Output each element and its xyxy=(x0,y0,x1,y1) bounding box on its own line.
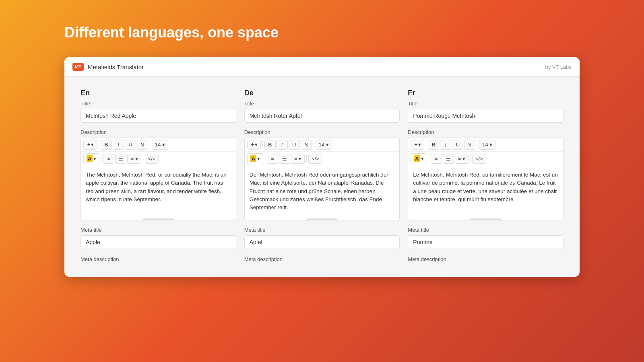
code-btn-fr[interactable]: </> xyxy=(472,154,486,164)
title-input-en[interactable] xyxy=(80,109,236,123)
meta-title-label-de: Meta title xyxy=(244,227,400,233)
bold-btn-en[interactable]: B xyxy=(101,140,112,150)
fontsize-btn-de[interactable]: 14 ▾ xyxy=(316,140,332,150)
ul-btn-en[interactable]: ≡ xyxy=(103,154,114,164)
code-btn-de[interactable]: </> xyxy=(308,154,322,164)
underline-btn-en[interactable]: U xyxy=(125,140,136,150)
italic-btn-de[interactable]: I xyxy=(277,140,288,150)
strikethrough-btn-en[interactable]: S̶ xyxy=(137,140,148,150)
desc-label-en: Description xyxy=(80,129,236,135)
app-window: MT Metafields Translator by VT Labs En T… xyxy=(64,57,580,277)
magic-btn-de[interactable]: ✦▾ xyxy=(247,140,261,150)
magic-btn-en[interactable]: ✦▾ xyxy=(83,140,97,150)
editor-body-en[interactable]: The McIntosh, McIntosh Red, or colloquia… xyxy=(81,166,236,218)
color-btn-en[interactable]: A ▾ xyxy=(83,153,99,164)
app-content: En Title Description ✦▾ B I U S̶ 14 ▾ A … xyxy=(64,77,580,277)
lang-code-en: En xyxy=(80,89,236,97)
title-input-de[interactable] xyxy=(244,109,400,123)
meta-desc-label-fr: Meta description xyxy=(408,256,564,262)
page-title: Different languages, one space xyxy=(0,0,644,57)
align-btn-fr[interactable]: ≡ ▾ xyxy=(455,154,469,164)
ol-btn-de[interactable]: ☰ xyxy=(279,154,290,164)
editor-body-de[interactable]: Der McIntosh, McIntosh Red oder umgangss… xyxy=(245,166,400,218)
app-byline: by VT Labs xyxy=(545,64,572,70)
meta-title-input-en[interactable] xyxy=(80,235,236,249)
meta-title-input-fr[interactable] xyxy=(408,235,564,249)
align-btn-en[interactable]: ≡ ▾ xyxy=(127,154,141,164)
italic-btn-en[interactable]: I xyxy=(113,140,124,150)
code-btn-en[interactable]: </> xyxy=(145,154,159,164)
bold-btn-de[interactable]: B xyxy=(264,140,276,150)
ul-btn-de[interactable]: ≡ xyxy=(267,154,278,164)
editor-body-fr[interactable]: Le McIntosh, McIntosh Red, ou familièrem… xyxy=(408,166,563,218)
title-label-en: Title xyxy=(80,101,236,107)
meta-title-label-en: Meta title xyxy=(80,227,236,233)
app-name: Metafields Translator xyxy=(88,64,144,70)
strikethrough-btn-de[interactable]: S̶ xyxy=(301,140,312,150)
meta-title-label-fr: Meta title xyxy=(408,227,564,233)
lang-code-de: De xyxy=(244,89,400,97)
desc-label-de: Description xyxy=(244,129,400,135)
color-btn-fr[interactable]: A ▾ xyxy=(411,153,427,164)
magic-btn-fr[interactable]: ✦▾ xyxy=(411,140,424,150)
ol-btn-fr[interactable]: ☰ xyxy=(443,154,454,164)
meta-desc-label-de: Meta description xyxy=(244,256,400,262)
strikethrough-btn-fr[interactable]: S̶ xyxy=(464,140,475,150)
editor-en: ✦▾ B I U S̶ 14 ▾ A ▾ ≡ ☰ ≡ ▾ </> xyxy=(80,138,236,220)
underline-btn-de[interactable]: U xyxy=(289,140,300,150)
italic-btn-fr[interactable]: I xyxy=(440,140,451,150)
lang-column-en: En Title Description ✦▾ B I U S̶ 14 ▾ A … xyxy=(80,89,236,265)
color-btn-de[interactable]: A ▾ xyxy=(247,153,263,164)
align-btn-de[interactable]: ≡ ▾ xyxy=(291,154,305,164)
app-header: MT Metafields Translator by VT Labs xyxy=(64,57,580,77)
lang-code-fr: Fr xyxy=(408,89,564,97)
underline-btn-fr[interactable]: U xyxy=(452,140,463,150)
title-input-fr[interactable] xyxy=(408,109,564,123)
title-label-de: Title xyxy=(244,101,400,107)
app-logo: MT xyxy=(72,63,84,71)
meta-title-input-de[interactable] xyxy=(244,235,400,249)
fontsize-btn-fr[interactable]: 14 ▾ xyxy=(479,140,495,150)
lang-column-de: De Title Description ✦▾ B I U S̶ 14 ▾ A … xyxy=(244,89,400,265)
lang-column-fr: Fr Title Description ✦▾ B I U S̶ 14 ▾ A … xyxy=(408,89,564,265)
editor-de: ✦▾ B I U S̶ 14 ▾ A ▾ ≡ ☰ ≡ ▾ </> xyxy=(244,138,400,220)
meta-desc-label-en: Meta description xyxy=(80,256,236,262)
bold-btn-fr[interactable]: B xyxy=(428,140,439,150)
ol-btn-en[interactable]: ☰ xyxy=(115,154,126,164)
desc-label-fr: Description xyxy=(408,129,564,135)
ul-btn-fr[interactable]: ≡ xyxy=(431,154,442,164)
title-label-fr: Title xyxy=(408,101,564,107)
editor-fr: ✦▾ B I U S̶ 14 ▾ A ▾ ≡ ☰ ≡ ▾ </> xyxy=(408,138,564,220)
fontsize-btn-en[interactable]: 14 ▾ xyxy=(152,140,168,150)
